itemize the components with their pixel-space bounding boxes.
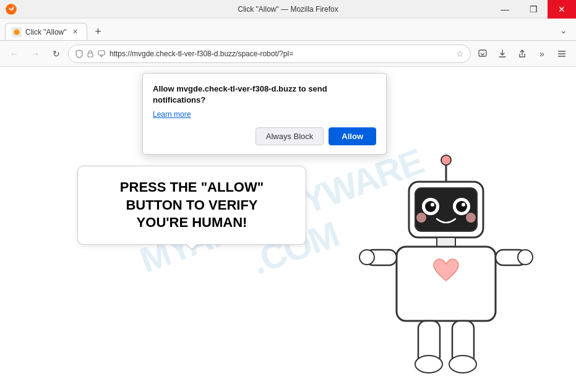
press-allow-bubble: PRESS THE "ALLOW" BUTTON TO VERIFY YOU'R…: [77, 166, 306, 245]
reload-button[interactable]: ↻: [47, 45, 66, 63]
svg-point-15: [456, 201, 467, 212]
minimize-button[interactable]: —: [491, 0, 519, 19]
svg-point-14: [425, 201, 436, 212]
notification-icon: [97, 49, 106, 58]
svg-rect-20: [437, 237, 455, 247]
navbar: ← → ↻ https://mvgde.check-tl-ver-f308-d.…: [0, 41, 576, 67]
svg-rect-2: [88, 53, 93, 57]
notification-buttons: Always Block Allow: [153, 127, 376, 145]
share-button[interactable]: [513, 45, 531, 63]
svg-point-29: [449, 356, 476, 373]
extensions-icon: »: [539, 49, 544, 59]
toolbar-icons: »: [473, 45, 571, 63]
svg-point-28: [415, 356, 442, 373]
address-bar[interactable]: https://mvgde.check-tl-ver-f308-d.buzz/s…: [68, 45, 471, 63]
svg-point-17: [462, 203, 465, 207]
firefox-logo: [5, 3, 17, 15]
maximize-button[interactable]: ❐: [519, 0, 548, 19]
address-bar-security-icons: [75, 49, 106, 58]
notification-popup: Allow mvgde.check-tl-ver-f308-d.buzz to …: [142, 73, 387, 155]
tab-label: Click "Allow": [25, 28, 67, 36]
forward-button[interactable]: →: [26, 45, 45, 63]
tabbar: Click "Allow" ✕ + ⌄: [0, 19, 576, 41]
menu-icon: [557, 49, 567, 59]
notification-title: Allow mvgde.check-tl-ver-f308-d.buzz to …: [153, 83, 376, 106]
new-tab-button[interactable]: +: [90, 23, 107, 40]
titlebar-title: Click "Allow" — Mozilla Firefox: [238, 5, 338, 14]
download-icon: [497, 49, 507, 59]
svg-point-24: [359, 250, 374, 265]
svg-rect-21: [397, 247, 496, 321]
pocket-button[interactable]: [473, 45, 492, 63]
svg-point-25: [518, 250, 533, 265]
menu-button[interactable]: [552, 45, 571, 63]
url-text: https://mvgde.check-tl-ver-f308-d.buzz/s…: [110, 49, 452, 58]
titlebar: Click "Allow" — Mozilla Firefox — ❐ ✕: [0, 0, 576, 19]
download-button[interactable]: [493, 45, 512, 63]
shield-icon: [75, 49, 84, 58]
svg-point-9: [441, 155, 451, 165]
allow-button[interactable]: Allow: [329, 127, 376, 145]
close-button[interactable]: ✕: [548, 0, 576, 19]
bookmark-star-icon[interactable]: ☆: [456, 49, 464, 59]
learn-more-link[interactable]: Learn more: [153, 110, 191, 119]
extensions-button[interactable]: »: [533, 45, 551, 63]
tab-expand-button[interactable]: ⌄: [556, 23, 571, 38]
always-block-button[interactable]: Always Block: [256, 127, 324, 145]
share-icon: [517, 49, 527, 59]
tab-favicon: [12, 27, 22, 37]
svg-rect-3: [98, 51, 105, 55]
lock-icon: [86, 49, 95, 58]
robot-image: [347, 145, 545, 392]
pocket-icon: [478, 49, 488, 59]
tab-close-button[interactable]: ✕: [71, 27, 80, 37]
titlebar-controls: — ❐ ✕: [491, 0, 576, 18]
page-content: MYANTISPYWARE.COM PRESS THE "ALLOW" BUTT…: [0, 67, 576, 392]
back-button[interactable]: ←: [5, 45, 24, 63]
robot-svg: [347, 145, 545, 392]
press-allow-text: PRESS THE "ALLOW" BUTTON TO VERIFY YOU'R…: [93, 179, 290, 232]
svg-point-18: [416, 213, 426, 223]
svg-point-19: [466, 213, 476, 223]
svg-point-16: [431, 203, 434, 207]
active-tab[interactable]: Click "Allow" ✕: [5, 23, 87, 40]
svg-point-1: [14, 29, 20, 35]
